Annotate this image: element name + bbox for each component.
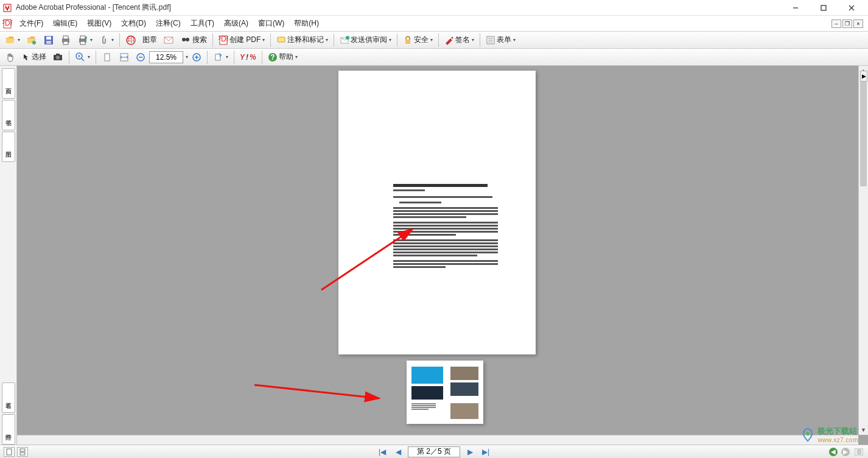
- first-page-button[interactable]: |◀: [376, 447, 388, 457]
- zoom-in-tool-button[interactable]: ▾: [72, 51, 93, 64]
- open-button[interactable]: ▾: [2, 33, 23, 47]
- status-options-button[interactable]: [853, 447, 864, 457]
- menu-edit[interactable]: 编辑(E): [48, 16, 82, 30]
- close-button[interactable]: [838, 0, 866, 16]
- pdf-document-icon: PDF: [2, 19, 12, 29]
- mdi-minimize-button[interactable]: –: [831, 19, 841, 28]
- back-view-button[interactable]: ◀: [829, 448, 838, 456]
- sign-button[interactable]: 签名▾: [442, 33, 477, 47]
- svg-rect-15: [80, 36, 85, 39]
- title-bar: Adobe Acrobat Professional - [Tencent 腾讯…: [0, 0, 868, 16]
- search-button[interactable]: 搜索: [178, 33, 209, 47]
- nav-tab-pages[interactable]: 页面: [2, 68, 15, 99]
- help-button[interactable]: ?帮助▾: [265, 51, 300, 64]
- nav-tab-attachments[interactable]: 附件: [2, 414, 15, 445]
- select-tool-button[interactable]: 选择: [19, 51, 49, 64]
- nav-tab-signatures[interactable]: 签名: [2, 382, 15, 413]
- last-page-button[interactable]: ▶|: [480, 447, 492, 457]
- mdi-restore-button[interactable]: ❐: [842, 19, 852, 28]
- window-controls: [782, 0, 866, 16]
- navigation-pane: 页面 书签 图层 签名 附件: [0, 66, 17, 445]
- toolbar-view: 选择 ▾ ▾ ▾ Y!% ?帮助▾: [0, 49, 868, 66]
- mdi-close-button[interactable]: ×: [853, 19, 863, 28]
- svg-rect-16: [80, 41, 85, 44]
- nav-tab-layers[interactable]: 图层: [2, 132, 15, 162]
- right-pane-handle: ▶: [859, 68, 868, 442]
- svg-text:?: ?: [270, 53, 275, 62]
- svg-point-35: [56, 55, 60, 59]
- hand-tool-button[interactable]: [2, 51, 18, 64]
- attach-button[interactable]: ▾: [96, 33, 116, 47]
- stamp-button[interactable]: 图章: [140, 33, 159, 47]
- page-layout-single-button[interactable]: [4, 447, 15, 457]
- fit-width-button[interactable]: [116, 51, 132, 64]
- svg-rect-41: [105, 54, 110, 61]
- svg-rect-2: [821, 5, 826, 10]
- svg-point-28: [346, 36, 349, 40]
- nav-tab-bookmarks[interactable]: 书签: [2, 100, 15, 130]
- rotate-button[interactable]: ▾: [211, 51, 231, 64]
- svg-rect-54: [20, 449, 25, 451]
- menu-bar: PDF 文件(F) 编辑(E) 视图(V) 文档(D) 注释(C) 工具(T) …: [0, 16, 868, 32]
- document-canvas[interactable]: ▲ ▼ ▶: [17, 66, 868, 445]
- status-bar: |◀ ◀ ▶ ▶| ◀ ▶: [0, 445, 868, 458]
- svg-text:印: 印: [127, 35, 135, 44]
- comment-markup-button[interactable]: 注释和标记▾: [274, 33, 331, 47]
- svg-rect-13: [63, 41, 68, 44]
- svg-rect-9: [46, 37, 51, 40]
- svg-rect-10: [46, 41, 51, 44]
- yozo-button[interactable]: Y!%: [237, 51, 259, 64]
- svg-rect-36: [56, 54, 60, 55]
- scan-button[interactable]: ▾: [75, 33, 95, 47]
- minimize-button[interactable]: [782, 0, 810, 16]
- window-title: Adobe Acrobat Professional - [Tencent 腾讯…: [16, 2, 782, 13]
- pdf-page-1: [338, 71, 536, 354]
- svg-rect-26: [278, 37, 285, 42]
- next-page-button[interactable]: ▶: [464, 447, 476, 457]
- svg-rect-55: [20, 453, 25, 455]
- page-number-input[interactable]: [408, 446, 460, 457]
- menu-view[interactable]: 视图(V): [82, 16, 116, 30]
- svg-point-17: [85, 37, 87, 39]
- menu-advanced[interactable]: 高级(A): [219, 16, 253, 30]
- svg-rect-48: [215, 54, 220, 60]
- svg-rect-53: [7, 449, 12, 455]
- svg-point-7: [32, 41, 36, 44]
- organizer-button[interactable]: [24, 33, 40, 47]
- prev-page-button[interactable]: ◀: [392, 447, 404, 457]
- pdf-page-2: [407, 361, 483, 424]
- zoom-in-button[interactable]: [189, 51, 204, 64]
- menu-document[interactable]: 文档(D): [116, 16, 151, 30]
- menu-window[interactable]: 窗口(W): [253, 16, 289, 30]
- menu-file[interactable]: 文件(F): [15, 16, 48, 30]
- menu-help[interactable]: 帮助(H): [289, 16, 324, 30]
- forms-button[interactable]: 表单▾: [483, 33, 518, 47]
- seal-icon[interactable]: 印: [123, 33, 139, 47]
- acrobat-icon: [2, 3, 12, 13]
- send-review-button[interactable]: 发送供审阅▾: [337, 33, 394, 47]
- svg-rect-23: [185, 39, 186, 40]
- snapshot-tool-button[interactable]: [50, 51, 66, 64]
- zoom-level-input[interactable]: [149, 51, 183, 63]
- horizontal-scrollbar[interactable]: [17, 435, 858, 445]
- svg-rect-29: [405, 40, 410, 44]
- svg-rect-12: [63, 36, 68, 39]
- annotation-arrow-2: [248, 380, 388, 404]
- fit-page-button[interactable]: [99, 51, 115, 64]
- print-button[interactable]: [58, 33, 74, 47]
- svg-line-38: [82, 58, 84, 61]
- expand-right-pane-button[interactable]: ▶: [860, 71, 867, 82]
- menu-tools[interactable]: 工具(T): [186, 16, 219, 30]
- main-area: 页面 书签 图层 签名 附件: [0, 66, 868, 445]
- svg-text:PDF: PDF: [2, 19, 12, 27]
- maximize-button[interactable]: [810, 0, 838, 16]
- zoom-out-button[interactable]: [133, 51, 148, 64]
- menu-comments[interactable]: 注释(C): [151, 16, 186, 30]
- svg-line-52: [254, 385, 379, 398]
- save-button[interactable]: [41, 33, 57, 47]
- forward-view-button[interactable]: ▶: [841, 448, 850, 456]
- secure-button[interactable]: 安全▾: [401, 33, 435, 47]
- create-pdf-button[interactable]: PDF创建 PDF▾: [216, 33, 267, 47]
- page-layout-continuous-button[interactable]: [17, 447, 28, 457]
- email-button[interactable]: [161, 33, 177, 47]
